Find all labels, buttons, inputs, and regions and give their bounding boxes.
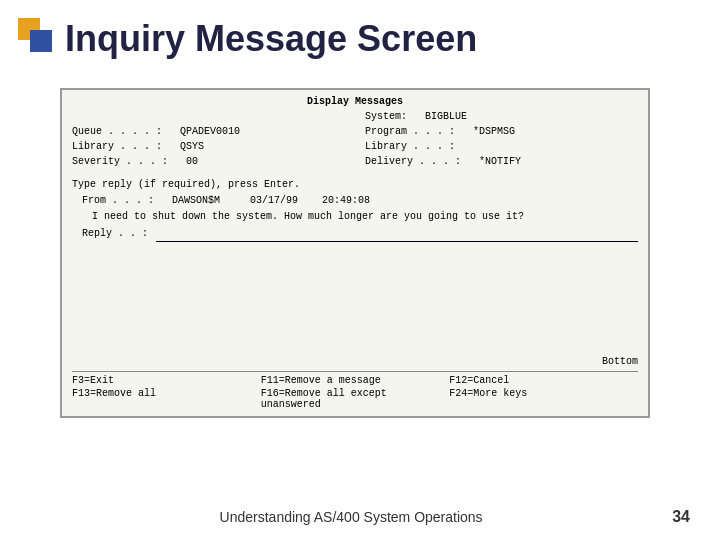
program-label: Program . . . :: [365, 126, 455, 137]
fkeys-row1: F3=Exit F11=Remove a message F12=Cancel: [72, 375, 638, 386]
bottom-label: Bottom: [72, 356, 638, 367]
from-label: From . . . :: [82, 195, 154, 206]
footer-page: 34: [672, 508, 690, 526]
fkey-f24: F24=More keys: [449, 388, 638, 410]
square-blue: [30, 30, 52, 52]
system-right: System: BIGBLUE: [345, 109, 638, 124]
delivery-label: Delivery . . . :: [365, 156, 461, 167]
terminal-content: Display Messages System: BIGBLUE Queue .…: [62, 90, 648, 416]
library-left: Library . . . : QSYS: [72, 139, 345, 154]
footer-text: Understanding AS/400 System Operations: [30, 509, 672, 525]
library-row: Library . . . : QSYS Library . . . :: [72, 139, 638, 154]
terminal-bottom: Bottom F3=Exit F11=Remove a message F12=…: [72, 356, 638, 410]
terminal-title: Display Messages: [72, 96, 638, 107]
terminal-screen: Display Messages System: BIGBLUE Queue .…: [60, 88, 650, 418]
message-line: I need to shut down the system. How much…: [72, 209, 638, 225]
spacer1: [72, 169, 638, 177]
program-value: *DSPMSG: [473, 126, 515, 137]
library-left-label: Library . . . :: [72, 141, 162, 152]
system-left: [72, 109, 345, 124]
queue-label: Queue . . . . :: [72, 126, 162, 137]
footer: Understanding AS/400 System Operations 3…: [0, 508, 720, 526]
fkey-f11: F11=Remove a message: [261, 375, 450, 386]
page-title: Inquiry Message Screen: [65, 18, 477, 60]
severity-value: 00: [186, 156, 198, 167]
fkeys-row2: F13=Remove all F16=Remove all except una…: [72, 388, 638, 410]
delivery-value: *NOTIFY: [479, 156, 521, 167]
queue-value: QPADEV0010: [180, 126, 240, 137]
type-reply-line: Type reply (if required), press Enter.: [72, 177, 638, 193]
library-right-label: Library . . . :: [365, 141, 455, 152]
reply-underline: [156, 225, 638, 242]
fkey-f16: F16=Remove all except unanswered: [261, 388, 450, 410]
from-row: From . . . : DAWSON$M 03/17/99 20:49:08: [72, 193, 638, 209]
from-value: DAWSON$M: [172, 195, 220, 206]
system-value: BIGBLUE: [425, 111, 467, 122]
system-label: System:: [365, 111, 407, 122]
fkey-f3: F3=Exit: [72, 375, 261, 386]
library-right: Library . . . :: [345, 139, 638, 154]
divider: [72, 371, 638, 372]
severity-delivery-row: Severity . . . : 00 Delivery . . . : *NO…: [72, 154, 638, 169]
reply-row: Reply . . :: [72, 225, 638, 242]
from-time: 20:49:08: [322, 195, 370, 206]
queue-left: Queue . . . . : QPADEV0010: [72, 124, 345, 139]
severity-left: Severity . . . : 00: [72, 154, 345, 169]
library-left-value: QSYS: [180, 141, 204, 152]
accent-decoration: [18, 18, 54, 54]
from-date: 03/17/99: [250, 195, 298, 206]
fkey-f12: F12=Cancel: [449, 375, 638, 386]
program-right: Program . . . : *DSPMSG: [345, 124, 638, 139]
delivery-right: Delivery . . . : *NOTIFY: [345, 154, 638, 169]
severity-label: Severity . . . :: [72, 156, 168, 167]
queue-program-row: Queue . . . . : QPADEV0010 Program . . .…: [72, 124, 638, 139]
system-row: System: BIGBLUE: [72, 109, 638, 124]
fkey-f13: F13=Remove all: [72, 388, 261, 410]
reply-label: Reply . . :: [82, 226, 148, 242]
